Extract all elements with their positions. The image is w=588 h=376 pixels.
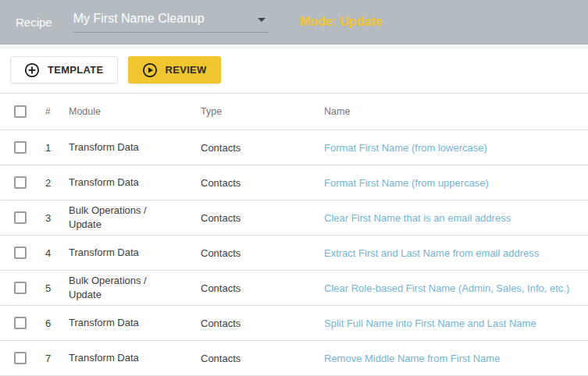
column-header-module: Module — [69, 106, 201, 117]
recipe-header-bar: Recipe My First Name Cleanup Mode: Updat… — [0, 0, 588, 44]
step-name-link[interactable]: Format First Name (from lowercase) — [324, 142, 487, 154]
recipe-select[interactable]: My First Name Cleanup — [73, 12, 269, 33]
row-checkbox[interactable] — [14, 211, 27, 224]
row-checkbox[interactable] — [14, 247, 27, 259]
row-checkbox[interactable] — [14, 141, 27, 154]
module-cell: Transform Data — [69, 316, 201, 330]
row-number: 1 — [45, 142, 69, 154]
header-shadow — [0, 44, 588, 48]
module-cell: Transform Data — [69, 351, 201, 365]
mode-status: Mode: Update — [300, 15, 383, 29]
review-button[interactable]: REVIEW — [128, 56, 221, 83]
table-row: 7 Transform Data Contacts Remove Middle … — [0, 341, 588, 376]
step-name-link[interactable]: Extract First and Last Name from email a… — [324, 247, 539, 259]
template-button[interactable]: TEMPLATE — [10, 56, 118, 83]
module-cell: Bulk Operations / Update — [69, 274, 201, 302]
step-name-link[interactable]: Split Full Name into First Name and Last… — [324, 317, 536, 329]
module-cell: Transform Data — [69, 140, 201, 154]
recipe-steps-table: # Module Type Name 1 Transform Data Cont… — [0, 93, 588, 376]
module-text: Transform Data — [69, 176, 139, 190]
row-number: 6 — [45, 317, 69, 329]
step-name-link[interactable]: Clear Role-based First Name (Admin, Sale… — [324, 282, 569, 294]
plus-circle-icon — [24, 62, 40, 78]
module-text: Transform Data — [69, 316, 139, 330]
row-number: 7 — [45, 353, 69, 364]
select-all-checkbox[interactable] — [14, 105, 27, 118]
table-row: 2 Transform Data Contacts Format First N… — [0, 165, 588, 200]
review-button-label: REVIEW — [166, 64, 207, 76]
table-row: 4 Transform Data Contacts Extract First … — [0, 236, 588, 271]
column-header-name: Name — [324, 106, 588, 117]
table-row: 6 Transform Data Contacts Split Full Nam… — [0, 306, 588, 341]
recipe-select-value: My First Name Cleanup — [73, 12, 205, 25]
table-row: 5 Bulk Operations / Update Contacts Clea… — [0, 271, 588, 306]
module-text: Transform Data — [69, 351, 139, 365]
step-name-link[interactable]: Remove Middle Name from First Name — [324, 353, 500, 364]
row-number: 5 — [45, 282, 69, 294]
module-text: Transform Data — [69, 140, 139, 154]
table-row: 3 Bulk Operations / Update Contacts Clea… — [0, 200, 588, 236]
step-name-link[interactable]: Format First Name (from uppercase) — [324, 177, 489, 189]
column-header-type: Type — [201, 106, 324, 117]
type-cell: Contacts — [201, 353, 324, 364]
type-cell: Contacts — [201, 317, 324, 329]
type-cell: Contacts — [201, 142, 324, 154]
module-cell: Transform Data — [69, 176, 201, 190]
module-text: Bulk Operations / Update — [69, 204, 169, 232]
row-number: 4 — [45, 247, 69, 259]
row-number: 3 — [45, 212, 69, 224]
module-cell: Transform Data — [69, 246, 201, 260]
play-circle-icon — [142, 62, 158, 78]
row-checkbox[interactable] — [14, 317, 27, 329]
table-row: 1 Transform Data Contacts Format First N… — [0, 130, 588, 165]
row-number: 2 — [45, 177, 69, 189]
column-header-number: # — [45, 106, 69, 117]
module-text: Bulk Operations / Update — [69, 274, 169, 302]
row-checkbox[interactable] — [14, 282, 27, 294]
type-cell: Contacts — [201, 177, 324, 189]
module-cell: Bulk Operations / Update — [69, 204, 201, 232]
module-text: Transform Data — [69, 246, 139, 260]
table-header-row: # Module Type Name — [0, 94, 588, 130]
toolbar: TEMPLATE REVIEW — [10, 56, 588, 83]
step-name-link[interactable]: Clear First Name that is an email addres… — [324, 212, 511, 224]
type-cell: Contacts — [201, 212, 324, 224]
type-cell: Contacts — [201, 247, 324, 259]
recipe-label: Recipe — [16, 16, 52, 29]
table-body: 1 Transform Data Contacts Format First N… — [0, 130, 588, 376]
template-button-label: TEMPLATE — [48, 64, 104, 76]
row-checkbox[interactable] — [14, 352, 27, 364]
chevron-down-icon — [258, 18, 265, 22]
type-cell: Contacts — [201, 282, 324, 294]
row-checkbox[interactable] — [14, 176, 27, 189]
